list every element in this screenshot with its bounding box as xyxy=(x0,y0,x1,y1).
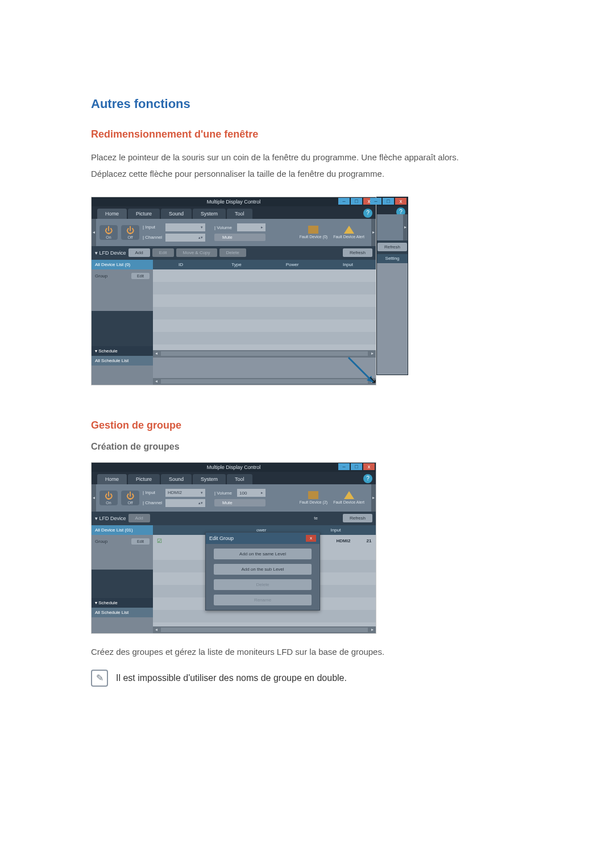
move-copy-button[interactable]: Move & Copy xyxy=(176,248,217,257)
all-device-list-header[interactable]: All Device List (0) xyxy=(92,260,153,269)
stepper-icon: ▴▾ xyxy=(198,501,203,505)
volume-stepper[interactable]: 100▸ xyxy=(237,489,265,497)
group-edit-button[interactable]: Edit xyxy=(131,273,150,279)
channel-stepper[interactable]: ▴▾ xyxy=(165,499,205,507)
fault-device-count[interactable]: Fault Device (2) xyxy=(300,491,327,504)
help-icon[interactable]: ? xyxy=(363,474,372,483)
volume-stepper[interactable]: ▸ xyxy=(237,223,265,231)
title-bar: Multiple Display Control – □ x xyxy=(92,463,376,472)
mute-button[interactable]: Mute xyxy=(214,234,265,241)
refresh-button[interactable]: Refresh xyxy=(343,514,372,522)
volume-label: | Volume xyxy=(214,225,235,230)
title-bar: Multiple Display Control – □ x xyxy=(92,197,376,206)
delete-button[interactable]: Delete xyxy=(219,248,246,257)
tab-home[interactable]: Home xyxy=(97,209,127,219)
col-type[interactable]: Type xyxy=(209,260,264,269)
row-number: 21 xyxy=(362,538,376,543)
channel-label: | Channel xyxy=(143,500,163,505)
tab-picture[interactable]: Picture xyxy=(128,209,160,219)
schedule-toggle[interactable]: ▾ Schedule xyxy=(92,346,153,356)
input-dropdown[interactable]: HDMI2▾ xyxy=(165,489,205,497)
power-on-button[interactable]: ⏻On xyxy=(99,225,118,240)
channel-stepper[interactable]: ▴▾ xyxy=(165,234,205,242)
scroll-right-icon[interactable]: ▸ xyxy=(403,214,408,240)
power-on-button[interactable]: ⏻On xyxy=(99,491,118,505)
tab-tool[interactable]: Tool xyxy=(227,474,252,484)
refresh-button[interactable]: Refresh xyxy=(377,243,407,251)
maximize-button[interactable]: □ xyxy=(383,198,394,205)
window-title: Multiple Display Control xyxy=(207,199,261,205)
maximize-button[interactable]: □ xyxy=(351,463,362,470)
fault-device-alert[interactable]: Fault Device Alert xyxy=(333,226,364,239)
tab-tool[interactable]: Tool xyxy=(227,209,252,219)
fault-device-count[interactable]: Fault Device (0) xyxy=(300,226,327,239)
maximize-button[interactable]: □ xyxy=(351,198,362,205)
add-button[interactable]: Add xyxy=(128,514,150,522)
resize-paragraph-1: Placez le pointeur de la souris sur un c… xyxy=(91,151,614,164)
tab-picture[interactable]: Picture xyxy=(128,474,160,484)
detached-panel: – □ x ? ▸ Refresh Setting xyxy=(376,197,408,375)
h-scrollbar[interactable]: ◂▸ xyxy=(153,626,376,633)
col-input[interactable]: Input xyxy=(320,260,376,269)
scroll-left-icon[interactable]: ◂ xyxy=(92,219,96,246)
help-icon[interactable]: ? xyxy=(363,209,372,218)
stepper-icon: ▸ xyxy=(261,225,263,230)
scroll-right-icon[interactable]: ▸ xyxy=(371,484,376,512)
col-setting[interactable]: Setting xyxy=(377,254,408,263)
channel-label: | Channel xyxy=(143,235,163,240)
group-edit-button[interactable]: Edit xyxy=(131,538,150,545)
status-icons: Fault Device (0) Fault Device Alert xyxy=(300,226,364,239)
section-heading: Autres fonctions xyxy=(91,97,614,111)
add-same-level-option[interactable]: Add on the same Level xyxy=(214,549,312,559)
toolbar: ▾ LFD Device Add te Refresh xyxy=(92,512,376,525)
col-id[interactable]: ID xyxy=(153,260,209,269)
group-paragraph: Créez des groupes et gérez la liste de m… xyxy=(91,645,614,658)
main-tabs: Home Picture Sound System Tool xyxy=(92,472,376,484)
refresh-button[interactable]: Refresh xyxy=(343,248,372,257)
scroll-right-icon[interactable]: ▸ xyxy=(371,219,376,246)
minimize-button[interactable]: – xyxy=(370,198,381,205)
h-scrollbar-2[interactable]: ◂▸ xyxy=(153,378,376,385)
schedule-toggle[interactable]: ▾ Schedule xyxy=(92,598,153,608)
resize-paragraph-2: Déplacez cette flèche pour personnaliser… xyxy=(91,167,614,180)
all-schedule-list[interactable]: All Schedule List xyxy=(92,356,153,366)
delete-option[interactable]: Delete xyxy=(214,579,312,590)
device-table: ID Type Power Input ◂▸ ◂▸ xyxy=(153,260,376,385)
tab-home[interactable]: Home xyxy=(97,474,127,484)
tab-sound[interactable]: Sound xyxy=(161,209,192,219)
power-off-button[interactable]: ⏻Off xyxy=(121,491,139,505)
close-button[interactable]: x xyxy=(395,198,406,205)
input-dropdown[interactable]: ▾ xyxy=(165,223,205,231)
popup-close-button[interactable]: x xyxy=(306,535,316,542)
sidebar: All Device List (01) GroupEdit ▾ Schedul… xyxy=(92,525,153,633)
group-label: Group xyxy=(95,539,107,544)
scroll-left-icon[interactable]: ◂ xyxy=(92,484,96,512)
col-power[interactable]: Power xyxy=(264,260,320,269)
input-label: | Input xyxy=(143,225,163,230)
minimize-button[interactable]: – xyxy=(338,463,350,470)
row-input-value: HDMI2 xyxy=(325,538,362,543)
all-schedule-list[interactable]: All Schedule List xyxy=(92,608,153,617)
fault-device-alert[interactable]: Fault Device Alert xyxy=(333,491,364,504)
control-ribbon: ⏻On ⏻Off | Input▾ | Channel▴▾ | Volume▸ … xyxy=(96,219,371,246)
status-icons: Fault Device (2) Fault Device Alert xyxy=(300,491,364,504)
main-tabs: Home Picture Sound System Tool xyxy=(92,206,376,219)
tab-system[interactable]: System xyxy=(193,209,226,219)
lfd-device-toggle[interactable]: ▾ LFD Device xyxy=(95,516,126,521)
power-off-button[interactable]: ⏻Off xyxy=(121,225,139,240)
checkbox-icon[interactable]: ☑ xyxy=(153,538,165,544)
all-device-list-header[interactable]: All Device List (01) xyxy=(92,525,153,535)
lfd-device-toggle[interactable]: ▾ LFD Device xyxy=(95,250,126,256)
rename-option[interactable]: Rename xyxy=(214,595,312,605)
window-title: Multiple Display Control xyxy=(207,464,261,470)
minimize-button[interactable]: – xyxy=(338,198,350,205)
h-scrollbar[interactable]: ◂▸ xyxy=(153,350,376,357)
edit-button[interactable]: Edit xyxy=(152,248,174,257)
add-sub-level-option[interactable]: Add on the sub Level xyxy=(214,564,312,575)
partial-text: te xyxy=(314,516,318,521)
close-button[interactable]: x xyxy=(363,463,375,470)
tab-sound[interactable]: Sound xyxy=(161,474,192,484)
mute-button[interactable]: Mute xyxy=(214,499,265,506)
add-button[interactable]: Add xyxy=(128,248,150,257)
tab-system[interactable]: System xyxy=(193,474,226,484)
